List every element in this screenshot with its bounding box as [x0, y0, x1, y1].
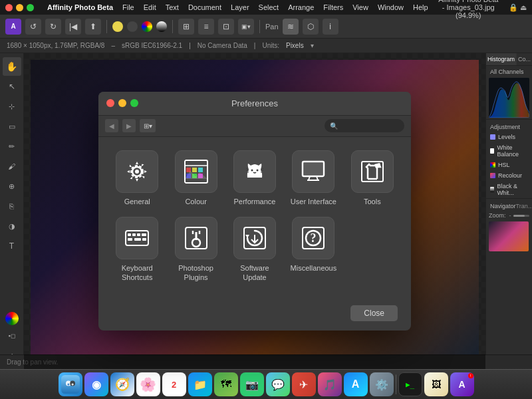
tab-co[interactable]: Co... [517, 53, 532, 65]
modal-close-dot[interactable] [106, 99, 114, 107]
pref-misc-icon-box[interactable]: ? [292, 217, 334, 259]
pref-ui[interactable]: User Interface [288, 150, 338, 206]
adjustment-bw[interactable]: Black & Whit... [486, 181, 532, 198]
pref-general[interactable]: General [112, 150, 162, 206]
color2[interactable] [127, 21, 138, 32]
preferences-modal: Preferences ◀ ▶ ⊞▾ 🔍 [98, 92, 411, 331]
undo-btn[interactable]: ↺ [25, 19, 41, 35]
pref-photoshop-icon-box[interactable] [175, 217, 217, 259]
menu-edit[interactable]: Edit [144, 3, 156, 11]
pref-update-icon-box[interactable] [233, 217, 276, 259]
tool-type[interactable]: T [3, 237, 21, 255]
menu-text[interactable]: Text [166, 3, 179, 11]
view4[interactable]: ▣▾ [238, 19, 254, 35]
menu-help[interactable]: Help [413, 3, 428, 11]
dock-icon-preview[interactable]: 🖼 [424, 372, 448, 396]
pref-tools-icon-box[interactable] [351, 150, 394, 193]
pref-keyboard[interactable]: Keyboard Shortcuts [112, 217, 162, 283]
mode3[interactable]: i [323, 19, 338, 35]
tool-crop[interactable]: ⊹ [3, 97, 21, 116]
pref-keyboard-icon-box[interactable] [116, 217, 158, 259]
dock-icon-finder[interactable] [59, 372, 82, 396]
adjustment-title: Adjustment [486, 121, 532, 132]
adjustment-hsl[interactable]: HSL [486, 160, 532, 170]
modal-fullscreen-dot[interactable] [130, 99, 138, 107]
tool-clone[interactable]: ⎘ [3, 197, 21, 215]
dock-icon-airmail[interactable]: ✈ [292, 372, 316, 396]
tab-histogram[interactable]: Histogram [486, 53, 517, 65]
zoom-track[interactable] [513, 215, 529, 217]
view2[interactable]: ≡ [198, 19, 214, 35]
pref-misc[interactable]: ? Miscellaneous [288, 217, 338, 283]
menu-layer[interactable]: Layer [231, 3, 249, 11]
modal-grid-btn[interactable]: ⊞▾ [140, 119, 156, 132]
dock-icon-music[interactable]: 🎵 [318, 372, 342, 396]
close-dot[interactable] [5, 4, 13, 11]
dock-icon-safari[interactable]: 🧭 [110, 372, 134, 396]
color1[interactable] [112, 21, 123, 32]
adjustment-recolour[interactable]: Recolour [486, 170, 532, 181]
dock-icon-affinity[interactable]: A ! [450, 372, 474, 396]
tool-fg-bg[interactable]: ▪◻ [3, 327, 21, 345]
dock-icon-maps[interactable]: 🗺 [214, 372, 238, 396]
redo-btn[interactable]: ↻ [45, 19, 61, 35]
modal-search-input[interactable] [340, 122, 394, 130]
preferences-close-button[interactable]: Close [350, 305, 398, 321]
dock-icon-sysprefs[interactable]: ⚙️ [370, 372, 394, 396]
pref-photoshop[interactable]: Photoshop Plugins [170, 217, 221, 283]
color3[interactable] [142, 21, 152, 32]
menu-filters[interactable]: Filters [323, 3, 343, 11]
dock-icon-files[interactable]: 📁 [188, 372, 212, 396]
pref-performance[interactable]: Performance [229, 150, 280, 206]
color4[interactable] [156, 21, 167, 32]
adjustment-levels[interactable]: Levels [486, 132, 532, 142]
tool-rectangle[interactable]: ▭ [3, 117, 21, 136]
units-chevron[interactable]: ▾ [311, 42, 314, 49]
modal-search-field[interactable]: 🔍 [325, 119, 404, 132]
fullscreen-dot[interactable] [27, 4, 34, 11]
tool-pen[interactable]: ✏ [3, 137, 21, 156]
modal-minimize-dot[interactable] [118, 99, 126, 107]
menu-file[interactable]: File [122, 3, 134, 11]
dock-icon-photos[interactable]: 🌸 [136, 372, 160, 396]
minimize-dot[interactable] [16, 4, 23, 11]
share-btn[interactable]: ⬆ [85, 19, 101, 35]
dock-icon-terminal[interactable]: ▶_ [398, 372, 422, 396]
modal-footer: Close [98, 305, 411, 331]
menu-window[interactable]: Window [378, 3, 404, 11]
pref-performance-icon-box[interactable] [233, 150, 276, 193]
pref-colour-icon-box[interactable] [175, 150, 217, 193]
dock-icon-messages[interactable]: 💬 [266, 372, 290, 396]
app-name: Affinity Photo Beta [47, 3, 113, 11]
pref-colour[interactable]: Colour [170, 150, 221, 206]
dock-icon-calendar[interactable]: 2 [162, 372, 186, 396]
mode2[interactable]: ⬡ [303, 19, 319, 35]
zoom-minus[interactable]: - [509, 212, 511, 219]
nav-first[interactable]: |◀ [65, 19, 81, 35]
modal-fwd-btn[interactable]: ▶ [122, 119, 136, 132]
dock-icon-siri[interactable]: ◉ [84, 372, 108, 396]
menu-document[interactable]: Document [188, 3, 221, 11]
pref-ui-icon-box[interactable] [292, 150, 334, 193]
channels-label: All Channels [486, 66, 532, 76]
pref-general-icon-box[interactable] [116, 150, 158, 193]
tool-brush[interactable]: 🖌 [3, 157, 21, 176]
view3[interactable]: ⊡ [218, 19, 234, 35]
navigator-section: Navigator Tran... Zoom: - [486, 198, 532, 255]
tool-heal[interactable]: ⊕ [3, 177, 21, 196]
tool-color-wheel[interactable] [5, 312, 19, 325]
modal-back-btn[interactable]: ◀ [105, 119, 118, 132]
dock-icon-appstore[interactable]: A [344, 372, 368, 396]
menu-select[interactable]: Select [259, 3, 279, 11]
menu-arrange[interactable]: Arrange [288, 3, 314, 11]
dock-icon-facetime[interactable]: 📷 [240, 372, 264, 396]
tool-select[interactable]: ↖ [3, 77, 21, 96]
pref-tools[interactable]: Tools [347, 150, 398, 206]
tool-dodge[interactable]: ◑ [3, 217, 21, 235]
menu-view[interactable]: View [352, 3, 368, 11]
pref-update[interactable]: Software Update [229, 217, 280, 283]
mode1[interactable]: ≋ [283, 19, 299, 35]
tool-move[interactable]: ✋ [3, 57, 21, 76]
adjustment-wb[interactable]: White Balance [486, 142, 532, 160]
grid-view[interactable]: ⊞ [178, 19, 194, 35]
